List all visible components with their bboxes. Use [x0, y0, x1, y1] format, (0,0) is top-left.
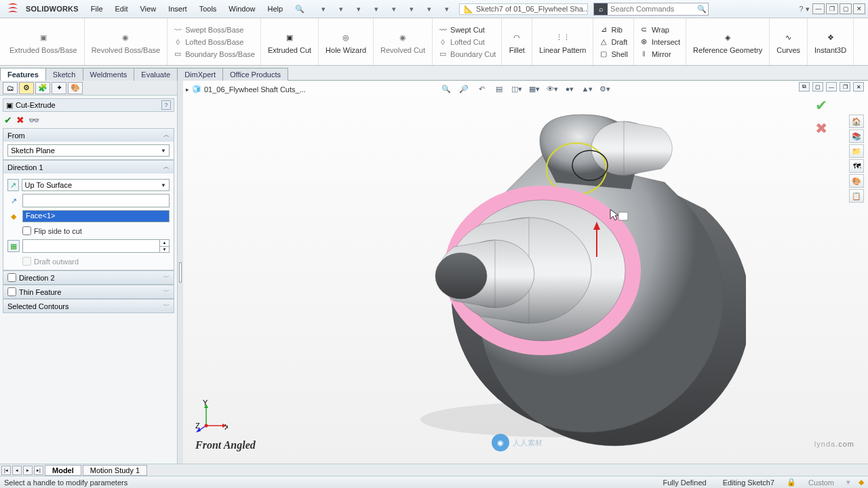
context-tab[interactable]: 📐Sketch7 of 01_06_Flywheel Sha...: [459, 3, 588, 15]
confirm-cancel-icon[interactable]: ✖: [815, 120, 827, 138]
revolved-boss-button[interactable]: ◉Revolved Boss/Base: [89, 28, 163, 56]
menu-help[interactable]: Help: [262, 2, 288, 16]
zoom-area-icon[interactable]: 🔎: [458, 83, 470, 95]
min-view-icon[interactable]: —: [826, 82, 837, 92]
menu-view[interactable]: View: [134, 2, 161, 16]
from-dropdown[interactable]: Sketch Plane▼: [7, 144, 170, 157]
boundary-boss-button[interactable]: ▭Boundary Boss/Base: [172, 49, 256, 60]
appearances-tab-icon[interactable]: 🎨: [849, 174, 864, 188]
minimize-button[interactable]: —: [812, 3, 825, 14]
prev-view-icon[interactable]: ↶: [475, 83, 488, 95]
menu-tools[interactable]: Tools: [194, 2, 222, 16]
expand-tree-icon[interactable]: ▸: [186, 86, 189, 93]
tab-dimxpert[interactable]: DimXpert: [177, 68, 223, 81]
zoom-fit-icon[interactable]: 🔍: [440, 83, 452, 95]
menu-edit[interactable]: Edit: [110, 2, 134, 16]
draft-button[interactable]: △Draft: [597, 37, 629, 47]
tab-next-icon[interactable]: ▸: [23, 466, 33, 475]
open-doc-icon[interactable]: ▾: [334, 2, 348, 16]
motion-study-tab[interactable]: Motion Study 1: [83, 465, 147, 476]
face-selection-field[interactable]: Face<1>: [22, 210, 170, 222]
graphics-view[interactable]: ▸ 🧊 01_06_Flywheel Shaft Cuts_... 🔍 🔎 ↶ …: [183, 81, 868, 464]
spin-up-icon[interactable]: ▲: [159, 240, 169, 246]
print-icon[interactable]: ▾: [370, 2, 383, 16]
options-icon[interactable]: ▾: [440, 2, 454, 16]
lofted-boss-button[interactable]: ◊Lofted Boss/Base: [172, 37, 256, 47]
help-dropdown-icon[interactable]: ? ▾: [797, 2, 811, 16]
lofted-cut-button[interactable]: ◊Lofted Cut: [437, 37, 497, 47]
status-lock-icon[interactable]: 🔒: [787, 478, 796, 487]
tab-last-icon[interactable]: ▸|: [34, 466, 43, 475]
direction-vector-icon[interactable]: ↗: [7, 195, 20, 207]
extruded-boss-button[interactable]: ▣Extruded Boss/Base: [7, 28, 80, 56]
feature-manager-tab[interactable]: 🗂: [3, 82, 18, 94]
confirm-ok-icon[interactable]: ✔: [815, 97, 827, 115]
link-views-icon[interactable]: ⧉: [799, 82, 810, 92]
ok-button[interactable]: ✔: [4, 115, 12, 125]
panel-splitter[interactable]: [178, 81, 183, 464]
menu-window[interactable]: Window: [223, 2, 260, 16]
direction-vector-field[interactable]: [22, 194, 170, 207]
file-explorer-tab-icon[interactable]: 📁: [849, 144, 864, 158]
close-button[interactable]: ✕: [853, 3, 865, 14]
tab-office-products[interactable]: Office Products: [222, 68, 288, 81]
rebuild-icon[interactable]: ▾: [422, 2, 436, 16]
config-manager-tab[interactable]: 🧩: [35, 82, 50, 94]
view-triad[interactable]: Y X Z: [194, 400, 228, 434]
wrap-button[interactable]: ⊂Wrap: [638, 24, 682, 35]
end-condition-dropdown[interactable]: Up To Surface▼: [22, 179, 170, 191]
status-units[interactable]: Custom: [804, 479, 838, 487]
save-icon[interactable]: ▾: [352, 2, 366, 16]
extruded-cut-button[interactable]: ▣Extruded Cut: [265, 28, 314, 56]
direction2-checkbox[interactable]: [7, 273, 16, 282]
maximize-button[interactable]: ▢: [840, 3, 852, 14]
tab-sketch[interactable]: Sketch: [45, 68, 83, 81]
search-commands[interactable]: ⌕ 🔍: [593, 3, 709, 16]
hide-show-icon[interactable]: 👁▾: [546, 83, 558, 95]
single-view-icon[interactable]: ▢: [812, 82, 823, 92]
menu-insert[interactable]: Insert: [163, 2, 193, 16]
max-view-icon[interactable]: ❐: [840, 82, 850, 92]
spin-down-icon[interactable]: ▼: [159, 246, 169, 253]
direction1-header[interactable]: Direction 1︿: [3, 161, 174, 174]
cancel-button[interactable]: ✖: [16, 115, 24, 125]
flyout-tree[interactable]: ▸ 🧊 01_06_Flywheel Shaft Cuts_...: [186, 85, 306, 94]
view-settings-icon[interactable]: ⚙▾: [599, 83, 611, 95]
mirror-button[interactable]: ⦀Mirror: [638, 49, 682, 60]
help-icon[interactable]: ?: [161, 100, 171, 110]
shell-button[interactable]: ▢Shell: [597, 49, 629, 60]
tab-first-icon[interactable]: |◂: [1, 466, 11, 475]
thin-feature-checkbox[interactable]: [7, 287, 16, 296]
face-selection-icon[interactable]: ◆: [7, 210, 20, 222]
reverse-direction-icon[interactable]: ↗: [7, 179, 19, 191]
intersect-button[interactable]: ⊗Intersect: [638, 37, 682, 47]
undo-icon[interactable]: ▾: [387, 2, 401, 16]
search-go-icon[interactable]: 🔍: [696, 5, 708, 14]
tab-weldments[interactable]: Weldments: [83, 68, 135, 81]
hole-wizard-button[interactable]: ◎Hole Wizard: [323, 28, 369, 56]
direction2-header[interactable]: Direction 2﹀: [3, 271, 174, 284]
view-orientation-icon[interactable]: ◫▾: [511, 83, 523, 95]
rib-button[interactable]: ⊿Rib: [597, 24, 629, 35]
resources-tab-icon[interactable]: 🏠: [849, 115, 864, 128]
close-view-icon[interactable]: ✕: [853, 82, 864, 92]
design-library-tab-icon[interactable]: 📚: [849, 129, 864, 143]
tab-features[interactable]: Features: [0, 68, 46, 81]
status-rebuild-icon[interactable]: ◆: [859, 478, 864, 487]
from-header[interactable]: From︿: [3, 129, 174, 142]
scene-icon[interactable]: ▲▾: [581, 83, 593, 95]
linear-pattern-button[interactable]: ⋮⋮Linear Pattern: [536, 28, 589, 56]
swept-boss-button[interactable]: 〰Swept Boss/Base: [172, 24, 256, 35]
menu-search-icon[interactable]: 🔍: [290, 2, 310, 16]
flip-side-checkbox-row[interactable]: Flip side to cut: [7, 225, 170, 237]
select-icon[interactable]: ▾: [405, 2, 418, 16]
thin-feature-header[interactable]: Thin Feature﹀: [3, 285, 174, 298]
revolved-cut-button[interactable]: ◉Revolved Cut: [378, 28, 428, 56]
reference-geometry-button[interactable]: ◈Reference Geometry: [690, 28, 765, 56]
boundary-cut-button[interactable]: ▭Boundary Cut: [437, 49, 497, 60]
selected-contours-header[interactable]: Selected Contours﹀: [3, 300, 174, 312]
custom-props-tab-icon[interactable]: 📋: [849, 189, 864, 203]
detailed-preview-button[interactable]: 👓: [28, 115, 39, 125]
tab-evaluate[interactable]: Evaluate: [134, 68, 178, 81]
menu-file[interactable]: File: [85, 2, 108, 16]
